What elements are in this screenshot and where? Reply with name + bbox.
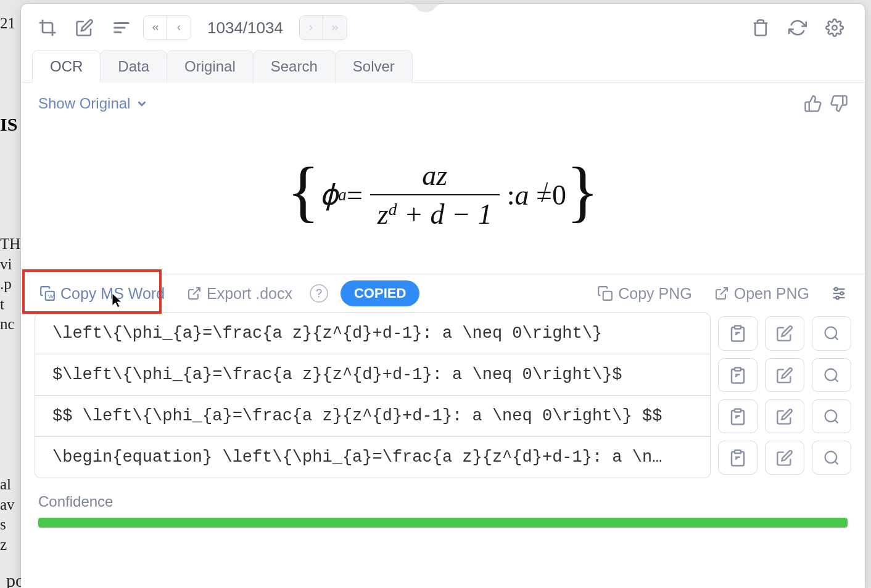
search-latex-button[interactable] bbox=[812, 358, 851, 392]
main-panel: 1034/1034 OCR Data Original Search Solv bbox=[21, 4, 865, 588]
svg-rect-23 bbox=[735, 409, 741, 412]
edit-latex-button[interactable] bbox=[765, 399, 804, 433]
copied-badge: COPIED bbox=[341, 280, 419, 306]
svg-rect-7 bbox=[603, 292, 612, 300]
search-latex-button[interactable] bbox=[812, 316, 851, 351]
tab-original[interactable]: Original bbox=[167, 50, 254, 83]
svg-line-8 bbox=[720, 288, 727, 295]
formula-display: { ϕa = az zd + d − 1 : a = 0 } bbox=[21, 122, 865, 274]
tab-search[interactable]: Search bbox=[253, 50, 336, 83]
pager-first-button[interactable] bbox=[144, 16, 167, 39]
tab-data[interactable]: Data bbox=[100, 50, 167, 83]
copy-msword-button[interactable]: W Copy MS Word bbox=[35, 281, 170, 306]
latex-row: $\left\{\phi_{a}=\frac{a z}{z^{d}+d-1}: … bbox=[35, 354, 851, 396]
latex-text[interactable]: \left\{\phi_{a}=\frac{a z}{z^{d}+d-1}: a… bbox=[35, 312, 711, 354]
tab-bar: OCR Data Original Search Solver bbox=[21, 49, 865, 83]
svg-point-17 bbox=[825, 327, 837, 339]
copy-clipboard-button[interactable] bbox=[718, 399, 757, 433]
settings-sliders-button[interactable] bbox=[827, 281, 851, 306]
latex-text[interactable]: $\left\{\phi_{a}=\frac{a z}{z^{d}+d-1}: … bbox=[35, 354, 711, 396]
svg-point-21 bbox=[825, 369, 837, 380]
refresh-button[interactable] bbox=[782, 12, 813, 43]
bg-text-is: IS bbox=[0, 114, 17, 135]
svg-point-12 bbox=[835, 288, 838, 291]
thumbs-down-button[interactable] bbox=[827, 91, 851, 116]
bg-text-topleft: 21 bbox=[0, 15, 15, 32]
latex-text[interactable]: $$ \left\{\phi_{a}=\frac{a z}{z^{d}+d-1}… bbox=[35, 396, 711, 437]
settings-button[interactable] bbox=[819, 12, 850, 43]
list-button[interactable] bbox=[106, 12, 137, 43]
edit-button[interactable] bbox=[69, 12, 100, 43]
svg-line-26 bbox=[835, 420, 838, 423]
delete-button[interactable] bbox=[745, 12, 776, 43]
open-png-button[interactable]: Open PNG bbox=[709, 281, 814, 306]
copy-clipboard-button[interactable] bbox=[718, 441, 757, 475]
svg-rect-27 bbox=[735, 450, 741, 453]
search-latex-button[interactable] bbox=[812, 399, 851, 433]
sub-bar: Show Original bbox=[21, 83, 865, 122]
svg-line-18 bbox=[835, 337, 838, 340]
latex-row: \left\{\phi_{a}=\frac{a z}{z^{d}+d-1}: a… bbox=[35, 312, 851, 354]
tab-ocr[interactable]: OCR bbox=[32, 50, 101, 83]
edit-latex-button[interactable] bbox=[765, 441, 804, 475]
thumbs-up-button[interactable] bbox=[801, 91, 825, 116]
pager-last-button[interactable] bbox=[323, 16, 347, 39]
svg-point-13 bbox=[840, 292, 843, 295]
export-docx-button[interactable]: Export .docx bbox=[182, 281, 297, 306]
svg-rect-15 bbox=[735, 326, 741, 329]
edit-latex-button[interactable] bbox=[765, 358, 804, 392]
pager-next-button[interactable] bbox=[300, 16, 323, 39]
crop-button[interactable] bbox=[32, 12, 63, 43]
svg-point-29 bbox=[825, 451, 837, 463]
latex-list: \left\{\phi_{a}=\frac{a z}{z^{d}+d-1}: a… bbox=[21, 312, 865, 478]
svg-point-3 bbox=[832, 25, 837, 30]
svg-line-30 bbox=[835, 461, 838, 464]
help-button[interactable]: ? bbox=[310, 284, 328, 303]
tab-solver[interactable]: Solver bbox=[335, 50, 413, 83]
search-latex-button[interactable] bbox=[812, 441, 851, 475]
confidence-label: Confidence bbox=[21, 478, 865, 514]
pager-prev-button[interactable] bbox=[167, 16, 191, 39]
svg-line-6 bbox=[193, 288, 200, 295]
svg-point-14 bbox=[836, 296, 839, 300]
page-number: 1034/1034 bbox=[197, 18, 293, 38]
copy-png-button[interactable]: Copy PNG bbox=[592, 281, 696, 306]
copy-clipboard-button[interactable] bbox=[718, 316, 757, 351]
mouse-cursor-icon bbox=[111, 292, 125, 309]
latex-row: $$ \left\{\phi_{a}=\frac{a z}{z^{d}+d-1}… bbox=[35, 396, 851, 437]
edit-latex-button[interactable] bbox=[765, 316, 804, 351]
svg-line-22 bbox=[835, 378, 838, 382]
pager: 1034/1034 bbox=[143, 15, 347, 40]
svg-rect-19 bbox=[735, 367, 741, 370]
copy-clipboard-button[interactable] bbox=[718, 358, 757, 392]
action-bar: W Copy MS Word Export .docx ? COPIED Cop… bbox=[21, 274, 865, 312]
svg-point-25 bbox=[825, 410, 837, 422]
show-original-toggle[interactable]: Show Original bbox=[38, 95, 149, 112]
svg-text:W: W bbox=[48, 293, 54, 300]
latex-row: \begin{equation} \left\{\phi_{a}=\frac{a… bbox=[35, 437, 851, 478]
panel-notch bbox=[407, 4, 444, 12]
confidence-bar bbox=[38, 518, 848, 528]
latex-text[interactable]: \begin{equation} \left\{\phi_{a}=\frac{a… bbox=[35, 437, 711, 478]
